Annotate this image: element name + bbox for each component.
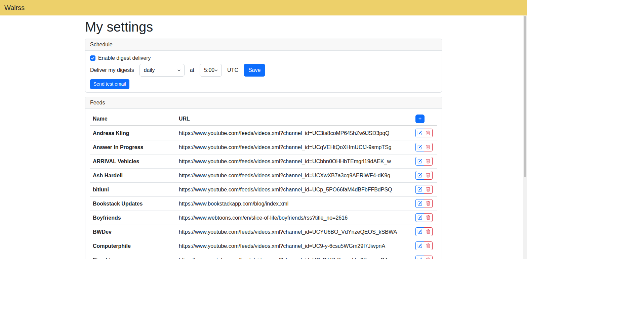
delete-feed-button[interactable] xyxy=(424,256,433,259)
feed-url: https://www.youtube.com/feeds/videos.xml… xyxy=(176,225,413,239)
save-button[interactable]: Save xyxy=(244,64,265,77)
edit-feed-button[interactable] xyxy=(415,129,424,137)
feed-url: https://www.youtube.com/feeds/videos.xml… xyxy=(176,239,413,253)
delete-feed-button[interactable] xyxy=(424,143,433,151)
feed-row: bitluni https://www.youtube.com/feeds/vi… xyxy=(90,183,437,197)
at-label: at xyxy=(190,67,194,73)
feed-actions xyxy=(413,197,437,211)
feeds-table: Name URL + Andreas Kling https://www.you… xyxy=(90,112,437,259)
scrollbar-thumb[interactable] xyxy=(524,16,526,177)
delete-feed-button[interactable] xyxy=(424,241,433,250)
delete-feed-button[interactable] xyxy=(424,199,433,208)
pencil-square-icon xyxy=(417,145,422,149)
feeds-card: Feeds Name URL + Andrea xyxy=(85,97,442,259)
schedule-card-body: Enable digest delivery Deliver my digest… xyxy=(85,51,442,92)
feed-row: Answer In Progress https://www.youtube.c… xyxy=(90,140,437,154)
trash-icon xyxy=(426,243,431,248)
feed-actions-group xyxy=(415,256,433,259)
add-feed-button[interactable]: + xyxy=(415,115,425,123)
feed-actions xyxy=(413,126,437,140)
feed-row: Bookstack Updates https://www.bookstacka… xyxy=(90,197,437,211)
send-test-email-button[interactable]: Send test email xyxy=(90,79,129,89)
pencil-square-icon xyxy=(417,187,422,192)
deliver-label: Deliver my digests xyxy=(90,67,134,73)
feeds-card-header: Feeds xyxy=(85,97,442,109)
delete-feed-button[interactable] xyxy=(424,129,433,137)
feed-name: Fireship xyxy=(90,253,176,259)
feed-name: bitluni xyxy=(90,183,176,197)
brand-link[interactable]: Walrss xyxy=(4,4,25,12)
feeds-table-head: Name URL + xyxy=(90,112,437,126)
pencil-square-icon xyxy=(417,131,422,135)
frequency-select[interactable]: daily xyxy=(139,64,185,77)
trash-icon xyxy=(426,215,431,220)
delete-feed-button[interactable] xyxy=(424,185,433,194)
delete-feed-button[interactable] xyxy=(424,157,433,166)
enable-digest-label[interactable]: Enable digest delivery xyxy=(98,55,151,61)
trash-icon xyxy=(426,229,431,234)
chevron-down-icon xyxy=(177,69,181,72)
edit-feed-button[interactable] xyxy=(415,199,424,208)
main-content: My settings Schedule Enable digest deliv… xyxy=(85,15,442,259)
deliver-row: Deliver my digests daily at 5:00 UTC Sav… xyxy=(90,64,437,77)
feed-row: Ash Hardell https://www.youtube.com/feed… xyxy=(90,169,437,183)
time-select[interactable]: 5:00 xyxy=(200,64,222,77)
feed-actions-group xyxy=(415,143,433,151)
column-header-url: URL xyxy=(176,112,413,126)
feed-url: https://www.youtube.com/feeds/videos.xml… xyxy=(176,154,413,169)
browser-viewport: Walrss My settings Schedule Enable diges… xyxy=(0,0,527,259)
trash-icon xyxy=(426,201,431,206)
feed-actions xyxy=(413,140,437,154)
schedule-card: Schedule Enable digest delivery Deliver … xyxy=(85,39,442,93)
feed-name: Andreas Kling xyxy=(90,126,176,140)
edit-feed-button[interactable] xyxy=(415,185,424,194)
trash-icon xyxy=(426,159,431,164)
edit-feed-button[interactable] xyxy=(415,143,424,151)
pencil-square-icon xyxy=(417,201,422,206)
delete-feed-button[interactable] xyxy=(424,171,433,180)
feed-actions-group xyxy=(415,185,433,194)
chevron-down-icon xyxy=(214,69,218,72)
feeds-card-body: Name URL + Andreas Kling https://www.you… xyxy=(85,109,442,259)
pencil-square-icon xyxy=(417,173,422,178)
feed-actions xyxy=(413,225,437,239)
feed-url: https://www.bookstackapp.com/blog/index.… xyxy=(176,197,413,211)
pencil-square-icon xyxy=(417,159,422,164)
desktop-canvas: Walrss My settings Schedule Enable diges… xyxy=(0,0,644,316)
feed-url: https://www.youtube.com/feeds/videos.xml… xyxy=(176,183,413,197)
pencil-square-icon xyxy=(417,229,422,234)
feed-name: BWDev xyxy=(90,225,176,239)
scrollbar[interactable] xyxy=(523,15,527,259)
time-value: 5:00 xyxy=(204,67,214,73)
edit-feed-button[interactable] xyxy=(415,171,424,180)
feed-name: Computerphile xyxy=(90,239,176,253)
enable-digest-checkbox[interactable] xyxy=(90,55,95,61)
schedule-card-header: Schedule xyxy=(85,39,442,51)
feed-url: https://www.webtoons.com/en/slice-of-lif… xyxy=(176,211,413,225)
feeds-table-body: Andreas Kling https://www.youtube.com/fe… xyxy=(90,126,437,259)
feed-actions-group xyxy=(415,129,433,137)
edit-feed-button[interactable] xyxy=(415,157,424,166)
feeds-header-row: Name URL + xyxy=(90,112,437,126)
feed-actions xyxy=(413,183,437,197)
edit-feed-button[interactable] xyxy=(415,241,424,250)
feed-actions-group xyxy=(415,157,433,166)
edit-feed-button[interactable] xyxy=(415,256,424,259)
delete-feed-button[interactable] xyxy=(424,213,433,222)
feed-row: Andreas Kling https://www.youtube.com/fe… xyxy=(90,126,437,140)
feed-actions-group xyxy=(415,171,433,180)
check-icon xyxy=(91,56,95,60)
feed-actions xyxy=(413,253,437,259)
feed-url: https://www.youtube.com/feeds/videos.xml… xyxy=(176,253,413,259)
feed-actions-group xyxy=(415,227,433,236)
feed-name: Answer In Progress xyxy=(90,140,176,154)
feed-actions-group xyxy=(415,213,433,222)
edit-feed-button[interactable] xyxy=(415,227,424,236)
edit-feed-button[interactable] xyxy=(415,213,424,222)
trash-icon xyxy=(426,131,431,135)
feed-row: Computerphile https://www.youtube.com/fe… xyxy=(90,239,437,253)
delete-feed-button[interactable] xyxy=(424,227,433,236)
feed-name: Boyfriends xyxy=(90,211,176,225)
pencil-square-icon xyxy=(417,215,422,220)
trash-icon xyxy=(426,258,431,259)
